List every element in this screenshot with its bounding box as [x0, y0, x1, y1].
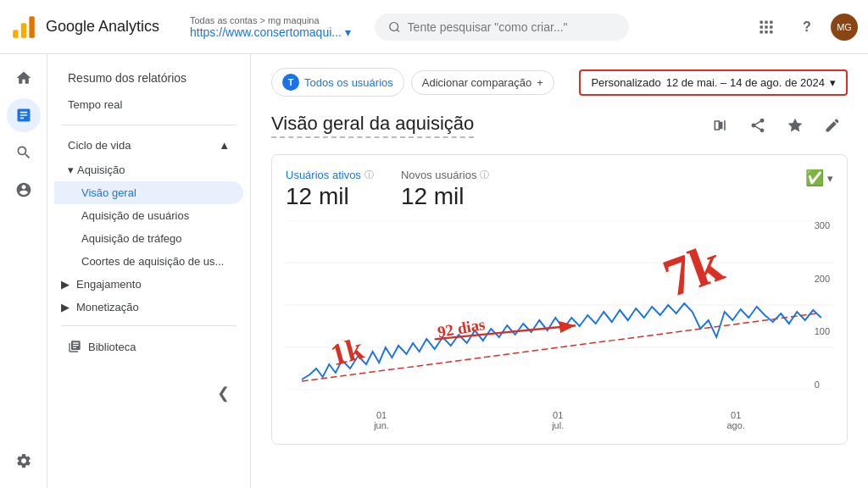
svg-rect-11: [760, 30, 763, 33]
nav-home[interactable]: [7, 61, 41, 95]
help-icon: ?: [803, 19, 811, 35]
sidebar: Resumo dos relatórios Tempo real Ciclo d…: [47, 54, 251, 488]
sidebar-item-tempo-real[interactable]: Tempo real: [47, 92, 250, 118]
x-axis: 01jun. 01jul. 01ago.: [286, 407, 833, 430]
date-chip[interactable]: Personalizado 12 de mai. – 14 de ago. de…: [579, 69, 848, 96]
columns-action[interactable]: [705, 110, 736, 141]
svg-rect-9: [765, 25, 767, 28]
svg-point-3: [390, 22, 398, 30]
svg-rect-12: [765, 30, 767, 33]
topbar: Google Analytics Todas as contas > mg ma…: [0, 0, 868, 54]
apps-button[interactable]: [749, 10, 783, 44]
search-input[interactable]: [408, 20, 615, 34]
chart-area: 300 200 100 0 1k 92 dias: [286, 220, 833, 407]
engajamento-label: Engajamento: [76, 278, 142, 291]
url-area: Todas as contas > mg maquina https://www…: [190, 15, 351, 39]
sidebar-item-aquisicao-usuarios[interactable]: Aquisição de usuários: [54, 204, 250, 227]
metric1-info[interactable]: ⓘ: [364, 169, 374, 181]
metric2-info[interactable]: ⓘ: [480, 169, 489, 181]
logo-area: Google Analytics: [10, 14, 180, 41]
date-label: Personalizado: [591, 76, 660, 89]
sidebar-engajamento-header[interactable]: ▶ Engajamento: [47, 273, 250, 296]
nav-icons: [0, 54, 47, 488]
apps-icon: [758, 19, 775, 36]
sidebar-collapse: ❮: [47, 377, 250, 409]
nav-icons-bottom: [7, 444, 41, 488]
svg-rect-6: [765, 20, 767, 23]
date-range: 12 de mai. – 14 de ago. de 2024: [666, 76, 825, 89]
page-header: Visão geral da aquisição: [271, 110, 848, 141]
nav-settings[interactable]: [7, 444, 41, 478]
columns-icon: [712, 117, 729, 134]
help-button[interactable]: ?: [790, 10, 824, 44]
x-jun: 01jun.: [374, 410, 389, 430]
filters-row: T Todos os usuários Adicionar comparação…: [271, 68, 848, 97]
aquisicao-label: Aquisição: [77, 164, 125, 176]
metric-usuarios-ativos[interactable]: Usuários ativos ⓘ 12 mil: [286, 169, 374, 210]
sidebar-item-coortes[interactable]: Coortes de aquisição de us...: [54, 250, 250, 273]
svg-rect-10: [770, 25, 772, 28]
search-icon: [388, 20, 401, 34]
url-selector[interactable]: https://www.consertomaqui... ▾: [190, 25, 351, 39]
metric2-label: Novos usuários ⓘ: [401, 169, 490, 181]
y-0: 0: [815, 380, 830, 390]
sidebar-monetizacao-header[interactable]: ▶ Monetização: [47, 296, 250, 319]
url-dropdown-icon[interactable]: ▾: [345, 25, 351, 39]
x-ago: 01ago.: [726, 410, 744, 430]
share-icon: [749, 117, 766, 134]
sidebar-item-aquisicao-trafego[interactable]: Aquisição de tráfego: [54, 227, 250, 250]
green-check-icon: ✅: [805, 169, 824, 187]
url-text: https://www.consertomaqui...: [190, 25, 342, 39]
monetizacao-arrow: ▶: [61, 301, 70, 313]
avatar-initials: MG: [837, 22, 852, 32]
metric1-value: 12 mil: [286, 183, 374, 210]
svg-rect-5: [760, 20, 763, 23]
y-axis: 300 200 100 0: [815, 220, 830, 390]
ciclo-vida-chevron: ▲: [219, 139, 230, 152]
chart-dropdown[interactable]: ▾: [827, 172, 833, 185]
svg-line-4: [397, 29, 399, 31]
y-300: 300: [815, 220, 830, 230]
nav-audience[interactable]: [7, 173, 41, 207]
adicionar-comparacao-chip[interactable]: Adicionar comparação +: [411, 70, 554, 95]
add-icon: +: [537, 76, 543, 89]
sidebar-aquisicao-header[interactable]: ▾ Aquisição: [54, 158, 250, 181]
search-bar[interactable]: [375, 14, 629, 41]
sidebar-item-resumo[interactable]: Resumo dos relatórios: [47, 64, 250, 92]
y-100: 100: [815, 326, 830, 336]
svg-rect-7: [770, 20, 772, 23]
x-jul: 01jul.: [552, 410, 564, 430]
sidebar-divider-1: [61, 125, 236, 125]
page-actions: [705, 110, 848, 141]
aquisicao-arrow: ▾: [68, 164, 74, 176]
todos-usuarios-label: Todos os usuários: [304, 76, 393, 89]
sidebar-item-biblioteca[interactable]: Biblioteca: [47, 333, 250, 360]
nav-explore[interactable]: [7, 136, 41, 169]
svg-rect-2: [29, 16, 34, 38]
collapse-button[interactable]: ❮: [217, 384, 230, 402]
y-200: 200: [815, 274, 830, 284]
engajamento-arrow: ▶: [61, 278, 70, 291]
sidebar-section-ciclo-vida[interactable]: Ciclo de vida ▲: [47, 132, 250, 158]
adicionar-label: Adicionar comparação: [422, 76, 531, 89]
top-icons: ? MG: [749, 10, 858, 44]
svg-rect-0: [13, 30, 18, 38]
logo-icon: [10, 14, 37, 41]
layout: Resumo dos relatórios Tempo real Ciclo d…: [0, 54, 868, 488]
chart-svg: [286, 220, 833, 390]
settings-action[interactable]: [780, 110, 810, 141]
page-title: Visão geral da aquisição: [271, 113, 474, 138]
chip-t-icon: T: [282, 74, 299, 91]
nav-reports[interactable]: [7, 98, 41, 132]
edit-action[interactable]: [817, 110, 848, 141]
biblioteca-label: Biblioteca: [88, 341, 136, 353]
metric-novos-usuarios[interactable]: Novos usuários ⓘ 12 mil: [401, 169, 490, 210]
ciclo-vida-label: Ciclo de vida: [68, 139, 131, 152]
sidebar-item-visao-geral[interactable]: Visão geral: [54, 181, 243, 204]
share-action[interactable]: [743, 110, 773, 141]
svg-rect-8: [760, 25, 763, 28]
avatar[interactable]: MG: [831, 14, 858, 41]
date-dropdown-icon: ▾: [830, 76, 836, 89]
svg-rect-1: [21, 23, 26, 38]
todos-usuarios-chip[interactable]: T Todos os usuários: [271, 68, 404, 97]
